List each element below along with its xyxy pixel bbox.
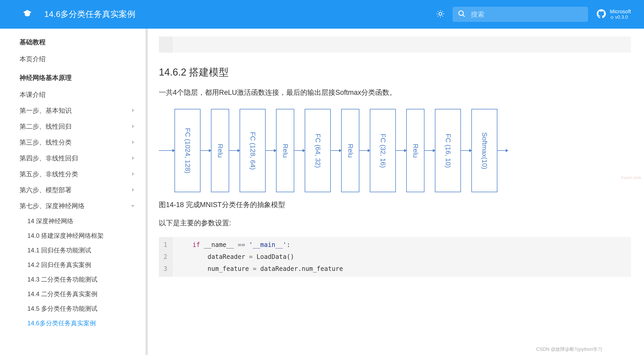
watermark: Yuucn.com [621,176,641,180]
sidebar-sub-item[interactable]: 14 深度神经网络 [27,214,146,228]
search-box[interactable] [453,7,588,22]
paragraph: 一共4个隐层，都用ReLU激活函数连接，最后的输出层接Softmax分类函数。 [159,87,631,99]
diagram-layer-label: FC (64, 32) [314,134,322,168]
sidebar-item[interactable]: 本课介绍 [20,87,146,103]
diagram-layer-label: FC (16, 10) [444,134,452,168]
sidebar-sub-item[interactable]: 14.4 二分类任务真实案例 [27,287,146,301]
diagram-layer-box: Relu [276,109,294,192]
paragraph: 以下是主要的参数设置: [159,217,631,229]
sidebar-sub-item[interactable]: 14.3 二分类任务功能测试 [27,272,146,287]
sidebar-item[interactable]: 第五步、非线性分类 [20,166,146,182]
search-input[interactable] [471,10,583,18]
sidebar-item[interactable]: 第二步、线性回归 [20,119,146,134]
diagram-layer-label: Relu [281,144,289,158]
sidebar-item[interactable]: 本页介绍 [20,51,146,67]
github-repo-name: Microsoft [610,8,631,15]
arrow-icon [424,150,435,151]
chevron-right-icon [130,170,135,178]
arrow-icon [461,150,471,151]
sidebar-item[interactable]: 第四步、非线性回归 [20,150,146,166]
sidebar-item[interactable]: 第三步、线性分类 [20,134,146,150]
diagram-layer-label: Relu [216,144,224,158]
model-diagram: FC (1024, 128)ReluFC (128, 64)ReluFC (64… [159,109,631,192]
svg-line-2 [463,15,465,17]
sidebar-sub-item[interactable]: 14.2 回归任务真实案例 [27,258,146,272]
sidebar-item[interactable]: 第一步、基本知识 [20,103,146,119]
code-block [159,36,631,53]
logo-icon[interactable] [22,9,33,20]
diagram-layer-box: FC (1024, 128) [174,109,201,192]
diagram-layer-box: Relu [211,109,229,192]
sidebar-sub-item[interactable]: 14.0 搭建深度神经网络框架 [27,228,146,243]
chevron-right-icon [130,186,135,194]
svg-point-1 [459,11,464,16]
sidebar-item[interactable]: 第六步、模型部署 [20,182,146,198]
diagram-layer-box: FC (64, 32) [305,109,331,192]
page-title: 14.6多分类任务真实案例 [44,9,135,20]
arrow-icon [229,150,240,151]
chevron-right-icon [130,123,135,130]
arrow-icon [266,150,276,151]
watermark: CSDN @故障诊断与python学习 [536,346,602,352]
sidebar: 基础教程 本页介绍 神经网络基本原理 本课介绍第一步、基本知识第二步、线性回归第… [0,29,146,355]
diagram-layer-box: FC (128, 64) [240,109,266,192]
arrow-icon [201,150,211,151]
code-block: 123 if __name__ == '__main__': dataReade… [159,237,631,277]
header: 14.6多分类任务真实案例 Microsoft v0.3.0 [0,0,644,29]
chevron-right-icon [130,107,135,114]
chevron-right-icon [130,154,135,162]
diagram-layer-label: FC (128, 64) [249,132,257,170]
arrow-icon [497,150,508,151]
section-heading: 14.6.2 搭建模型 [159,66,631,79]
arrow-icon [331,150,341,151]
figure-caption: 图14-18 完成MNIST分类任务的抽象模型 [159,200,631,209]
chevron-down-icon [130,202,135,210]
search-icon [458,10,466,19]
svg-point-0 [439,12,442,15]
diagram-layer-box: Relu [341,109,359,192]
github-icon [596,8,607,20]
diagram-layer-label: Softmax(10) [480,132,489,169]
arrow-icon [396,150,406,151]
diagram-layer-box: Softmax(10) [471,109,497,192]
sidebar-section-title: 基础教程 [20,38,146,46]
diagram-layer-box: FC (32, 16) [370,109,396,192]
theme-toggle-icon[interactable] [436,9,445,19]
sidebar-sub-item[interactable]: 14.1 回归任务功能测试 [27,243,146,258]
sidebar-item[interactable]: 第七步、深度神经网络 [20,198,146,214]
chevron-right-icon [130,139,135,146]
arrow-icon [159,150,174,151]
diagram-layer-box: FC (16, 10) [435,109,461,192]
main-content: 14.6.2 搭建模型 一共4个隐层，都用ReLU激活函数连接，最后的输出层接S… [146,29,644,355]
github-link[interactable]: Microsoft v0.3.0 [596,8,631,20]
diagram-layer-label: FC (1024, 128) [184,128,192,173]
github-version: v0.3.0 [610,15,631,20]
sidebar-sub-item[interactable]: 14.5 多分类任务功能测试 [27,301,146,316]
sidebar-section-title: 神经网络基本原理 [20,73,146,82]
arrow-icon [294,150,305,151]
diagram-layer-label: Relu [346,144,354,158]
diagram-layer-label: FC (32, 16) [379,134,387,168]
diagram-layer-label: Relu [411,144,420,158]
arrow-icon [359,150,370,151]
diagram-layer-box: Relu [406,109,424,192]
sidebar-sub-item[interactable]: 14.6多分类任务真实案例 [27,316,146,331]
